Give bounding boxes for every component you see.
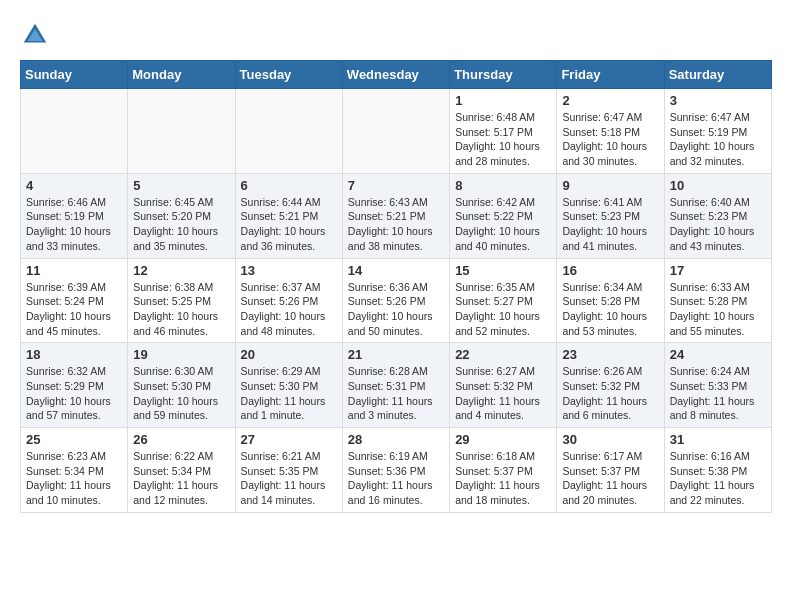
calendar-cell: 9Sunrise: 6:41 AM Sunset: 5:23 PM Daylig… — [557, 173, 664, 258]
calendar-cell: 19Sunrise: 6:30 AM Sunset: 5:30 PM Dayli… — [128, 343, 235, 428]
page-header — [20, 20, 772, 50]
day-info: Sunrise: 6:41 AM Sunset: 5:23 PM Dayligh… — [562, 195, 658, 254]
calendar-cell: 2Sunrise: 6:47 AM Sunset: 5:18 PM Daylig… — [557, 89, 664, 174]
calendar-cell: 31Sunrise: 6:16 AM Sunset: 5:38 PM Dayli… — [664, 428, 771, 513]
calendar-cell: 6Sunrise: 6:44 AM Sunset: 5:21 PM Daylig… — [235, 173, 342, 258]
calendar-cell: 18Sunrise: 6:32 AM Sunset: 5:29 PM Dayli… — [21, 343, 128, 428]
day-header-wednesday: Wednesday — [342, 61, 449, 89]
calendar-cell: 24Sunrise: 6:24 AM Sunset: 5:33 PM Dayli… — [664, 343, 771, 428]
day-header-sunday: Sunday — [21, 61, 128, 89]
calendar-week-row: 25Sunrise: 6:23 AM Sunset: 5:34 PM Dayli… — [21, 428, 772, 513]
day-number: 12 — [133, 263, 229, 278]
calendar-cell: 20Sunrise: 6:29 AM Sunset: 5:30 PM Dayli… — [235, 343, 342, 428]
day-info: Sunrise: 6:37 AM Sunset: 5:26 PM Dayligh… — [241, 280, 337, 339]
day-number: 8 — [455, 178, 551, 193]
calendar-cell: 28Sunrise: 6:19 AM Sunset: 5:36 PM Dayli… — [342, 428, 449, 513]
calendar-cell: 25Sunrise: 6:23 AM Sunset: 5:34 PM Dayli… — [21, 428, 128, 513]
day-number: 20 — [241, 347, 337, 362]
day-info: Sunrise: 6:22 AM Sunset: 5:34 PM Dayligh… — [133, 449, 229, 508]
day-info: Sunrise: 6:27 AM Sunset: 5:32 PM Dayligh… — [455, 364, 551, 423]
calendar-cell — [235, 89, 342, 174]
calendar-cell: 11Sunrise: 6:39 AM Sunset: 5:24 PM Dayli… — [21, 258, 128, 343]
calendar-cell: 4Sunrise: 6:46 AM Sunset: 5:19 PM Daylig… — [21, 173, 128, 258]
day-info: Sunrise: 6:36 AM Sunset: 5:26 PM Dayligh… — [348, 280, 444, 339]
calendar-header-row: SundayMondayTuesdayWednesdayThursdayFrid… — [21, 61, 772, 89]
day-info: Sunrise: 6:38 AM Sunset: 5:25 PM Dayligh… — [133, 280, 229, 339]
day-number: 23 — [562, 347, 658, 362]
calendar-cell: 30Sunrise: 6:17 AM Sunset: 5:37 PM Dayli… — [557, 428, 664, 513]
calendar-cell: 1Sunrise: 6:48 AM Sunset: 5:17 PM Daylig… — [450, 89, 557, 174]
day-number: 24 — [670, 347, 766, 362]
calendar-cell: 14Sunrise: 6:36 AM Sunset: 5:26 PM Dayli… — [342, 258, 449, 343]
calendar-cell: 15Sunrise: 6:35 AM Sunset: 5:27 PM Dayli… — [450, 258, 557, 343]
calendar-cell: 16Sunrise: 6:34 AM Sunset: 5:28 PM Dayli… — [557, 258, 664, 343]
day-number: 25 — [26, 432, 122, 447]
day-number: 7 — [348, 178, 444, 193]
calendar-cell: 27Sunrise: 6:21 AM Sunset: 5:35 PM Dayli… — [235, 428, 342, 513]
day-info: Sunrise: 6:40 AM Sunset: 5:23 PM Dayligh… — [670, 195, 766, 254]
day-info: Sunrise: 6:28 AM Sunset: 5:31 PM Dayligh… — [348, 364, 444, 423]
day-number: 9 — [562, 178, 658, 193]
calendar-cell: 21Sunrise: 6:28 AM Sunset: 5:31 PM Dayli… — [342, 343, 449, 428]
calendar-cell: 23Sunrise: 6:26 AM Sunset: 5:32 PM Dayli… — [557, 343, 664, 428]
day-number: 10 — [670, 178, 766, 193]
day-number: 5 — [133, 178, 229, 193]
day-number: 18 — [26, 347, 122, 362]
day-info: Sunrise: 6:45 AM Sunset: 5:20 PM Dayligh… — [133, 195, 229, 254]
calendar-cell: 13Sunrise: 6:37 AM Sunset: 5:26 PM Dayli… — [235, 258, 342, 343]
day-number: 21 — [348, 347, 444, 362]
day-info: Sunrise: 6:46 AM Sunset: 5:19 PM Dayligh… — [26, 195, 122, 254]
day-header-thursday: Thursday — [450, 61, 557, 89]
day-number: 31 — [670, 432, 766, 447]
day-header-monday: Monday — [128, 61, 235, 89]
day-number: 29 — [455, 432, 551, 447]
logo — [20, 20, 56, 50]
calendar-cell: 12Sunrise: 6:38 AM Sunset: 5:25 PM Dayli… — [128, 258, 235, 343]
day-info: Sunrise: 6:24 AM Sunset: 5:33 PM Dayligh… — [670, 364, 766, 423]
day-number: 2 — [562, 93, 658, 108]
day-number: 4 — [26, 178, 122, 193]
calendar-cell: 22Sunrise: 6:27 AM Sunset: 5:32 PM Dayli… — [450, 343, 557, 428]
day-header-friday: Friday — [557, 61, 664, 89]
day-number: 28 — [348, 432, 444, 447]
day-header-saturday: Saturday — [664, 61, 771, 89]
day-info: Sunrise: 6:48 AM Sunset: 5:17 PM Dayligh… — [455, 110, 551, 169]
calendar-cell: 7Sunrise: 6:43 AM Sunset: 5:21 PM Daylig… — [342, 173, 449, 258]
logo-icon — [20, 20, 50, 50]
calendar-cell: 5Sunrise: 6:45 AM Sunset: 5:20 PM Daylig… — [128, 173, 235, 258]
day-info: Sunrise: 6:39 AM Sunset: 5:24 PM Dayligh… — [26, 280, 122, 339]
day-info: Sunrise: 6:47 AM Sunset: 5:18 PM Dayligh… — [562, 110, 658, 169]
day-number: 19 — [133, 347, 229, 362]
day-info: Sunrise: 6:42 AM Sunset: 5:22 PM Dayligh… — [455, 195, 551, 254]
calendar-cell: 8Sunrise: 6:42 AM Sunset: 5:22 PM Daylig… — [450, 173, 557, 258]
day-info: Sunrise: 6:17 AM Sunset: 5:37 PM Dayligh… — [562, 449, 658, 508]
calendar-cell — [128, 89, 235, 174]
day-info: Sunrise: 6:35 AM Sunset: 5:27 PM Dayligh… — [455, 280, 551, 339]
calendar-week-row: 1Sunrise: 6:48 AM Sunset: 5:17 PM Daylig… — [21, 89, 772, 174]
day-info: Sunrise: 6:43 AM Sunset: 5:21 PM Dayligh… — [348, 195, 444, 254]
calendar-cell: 17Sunrise: 6:33 AM Sunset: 5:28 PM Dayli… — [664, 258, 771, 343]
day-info: Sunrise: 6:33 AM Sunset: 5:28 PM Dayligh… — [670, 280, 766, 339]
day-info: Sunrise: 6:26 AM Sunset: 5:32 PM Dayligh… — [562, 364, 658, 423]
day-number: 17 — [670, 263, 766, 278]
day-number: 15 — [455, 263, 551, 278]
day-number: 14 — [348, 263, 444, 278]
day-info: Sunrise: 6:16 AM Sunset: 5:38 PM Dayligh… — [670, 449, 766, 508]
calendar-cell: 26Sunrise: 6:22 AM Sunset: 5:34 PM Dayli… — [128, 428, 235, 513]
day-number: 6 — [241, 178, 337, 193]
day-number: 11 — [26, 263, 122, 278]
day-header-tuesday: Tuesday — [235, 61, 342, 89]
day-number: 26 — [133, 432, 229, 447]
calendar-cell — [342, 89, 449, 174]
calendar-cell: 3Sunrise: 6:47 AM Sunset: 5:19 PM Daylig… — [664, 89, 771, 174]
day-info: Sunrise: 6:18 AM Sunset: 5:37 PM Dayligh… — [455, 449, 551, 508]
day-number: 1 — [455, 93, 551, 108]
calendar-week-row: 11Sunrise: 6:39 AM Sunset: 5:24 PM Dayli… — [21, 258, 772, 343]
day-info: Sunrise: 6:34 AM Sunset: 5:28 PM Dayligh… — [562, 280, 658, 339]
day-info: Sunrise: 6:44 AM Sunset: 5:21 PM Dayligh… — [241, 195, 337, 254]
day-number: 22 — [455, 347, 551, 362]
day-info: Sunrise: 6:32 AM Sunset: 5:29 PM Dayligh… — [26, 364, 122, 423]
calendar-cell: 10Sunrise: 6:40 AM Sunset: 5:23 PM Dayli… — [664, 173, 771, 258]
day-number: 27 — [241, 432, 337, 447]
calendar-table: SundayMondayTuesdayWednesdayThursdayFrid… — [20, 60, 772, 513]
